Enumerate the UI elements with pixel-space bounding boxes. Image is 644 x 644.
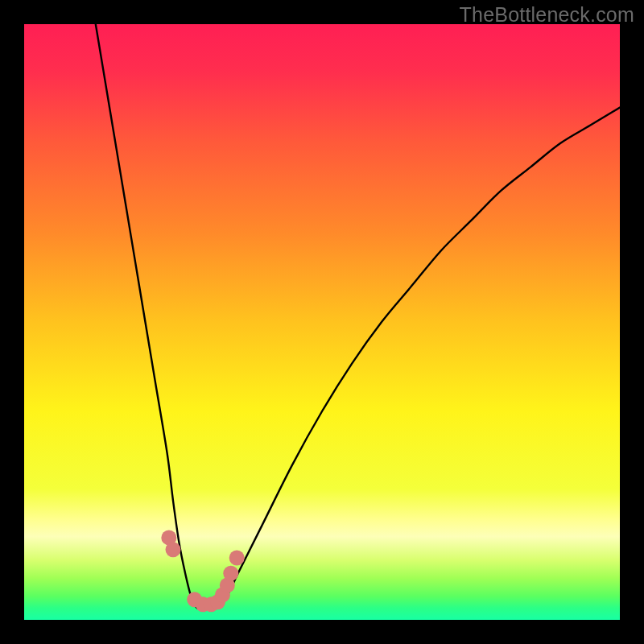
watermark-text: TheBottleneck.com — [460, 3, 634, 27]
marker-point — [223, 566, 238, 581]
marker-point — [166, 542, 181, 557]
marker-point — [229, 551, 245, 566]
highlighted-markers — [24, 24, 620, 620]
outer-frame: TheBottleneck.com — [0, 0, 644, 644]
plot-area — [24, 24, 620, 620]
